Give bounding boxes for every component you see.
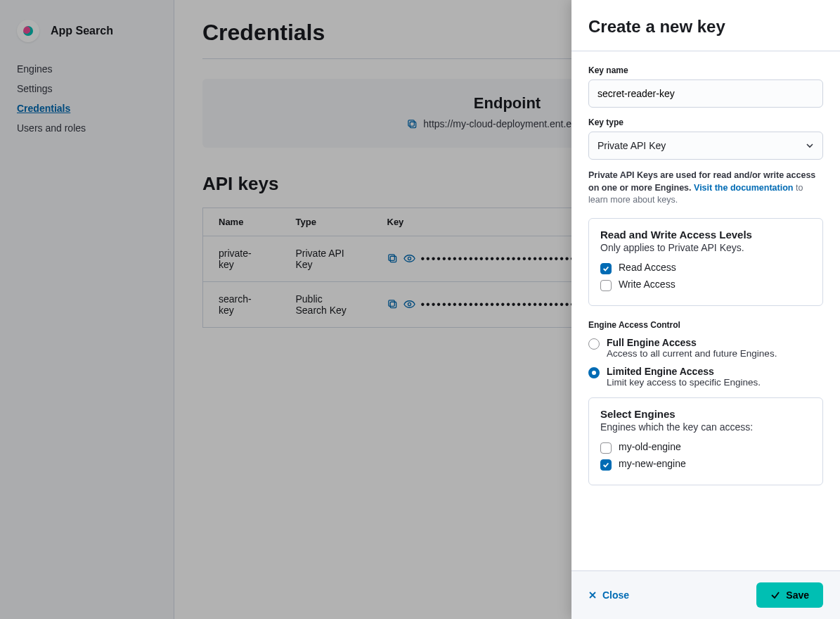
read-access-checkbox[interactable]	[600, 263, 612, 274]
chevron-down-icon	[806, 141, 814, 150]
key-type-value: Private API Key	[597, 140, 666, 151]
create-key-flyout: Create a new key Key name Key type Priva…	[571, 0, 840, 619]
engine-label: my-old-engine	[619, 441, 681, 452]
access-panel-title: Read and Write Access Levels	[600, 229, 811, 241]
engine-access-label: Engine Access Control	[588, 320, 823, 330]
key-type-label: Key type	[588, 117, 823, 127]
write-access-label: Write Access	[619, 279, 676, 290]
flyout-title: Create a new key	[571, 0, 840, 51]
limited-engine-title: Limited Engine Access	[607, 366, 761, 377]
full-engine-radio[interactable]	[588, 338, 600, 350]
select-engines-panel: Select Engines Engines which the key can…	[588, 397, 823, 485]
read-access-label: Read Access	[619, 262, 676, 273]
engine-option-row[interactable]: my-new-engine	[600, 458, 811, 471]
close-button[interactable]: Close	[588, 589, 629, 601]
limited-engine-subtitle: Limit key access to specific Engines.	[607, 377, 761, 388]
key-name-input[interactable]	[588, 79, 823, 108]
full-engine-subtitle: Access to all current and future Engines…	[607, 348, 777, 359]
full-engine-row[interactable]: Full Engine Access Access to all current…	[588, 337, 823, 359]
write-access-checkbox[interactable]	[600, 280, 612, 291]
close-label: Close	[602, 589, 629, 601]
documentation-link[interactable]: Visit the documentation	[694, 183, 793, 193]
select-engines-title: Select Engines	[600, 408, 811, 420]
key-type-help: Private API Keys are used for read and/o…	[588, 170, 823, 207]
limited-engine-radio[interactable]	[588, 367, 600, 378]
engine-checkbox[interactable]	[600, 459, 612, 471]
flyout-body: Key name Key type Private API Key Privat…	[571, 51, 840, 570]
read-access-row[interactable]: Read Access	[600, 262, 811, 274]
save-label: Save	[786, 589, 809, 601]
key-type-select[interactable]: Private API Key	[588, 132, 823, 160]
engine-checkbox[interactable]	[600, 442, 612, 454]
engine-label: my-new-engine	[619, 458, 686, 469]
key-name-label: Key name	[588, 65, 823, 75]
access-panel-subtitle: Only applies to Private API Keys.	[600, 242, 811, 253]
close-icon	[588, 591, 597, 599]
access-levels-panel: Read and Write Access Levels Only applie…	[588, 218, 823, 306]
full-engine-title: Full Engine Access	[607, 337, 777, 348]
save-button[interactable]: Save	[756, 582, 823, 608]
engine-option-row[interactable]: my-old-engine	[600, 441, 811, 454]
check-icon	[770, 590, 780, 600]
select-engines-subtitle: Engines which the key can access:	[600, 421, 811, 433]
limited-engine-row[interactable]: Limited Engine Access Limit key access t…	[588, 366, 823, 388]
flyout-footer: Close Save	[571, 570, 840, 619]
write-access-row[interactable]: Write Access	[600, 279, 811, 291]
